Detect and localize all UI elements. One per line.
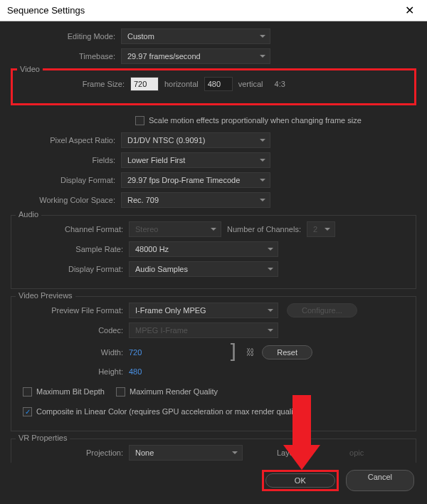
- video-display-format-label: Display Format:: [11, 176, 121, 184]
- video-previews-fieldset: Video Previews Preview File Format: I-Fr…: [11, 296, 416, 431]
- preview-file-format-label: Preview File Format:: [19, 306, 129, 315]
- close-icon[interactable]: ✕: [399, 4, 420, 17]
- codec-dropdown: MPEG I-Frame: [129, 322, 278, 338]
- preview-height-label: Height:: [19, 367, 129, 376]
- sample-rate-label: Sample Rate:: [19, 245, 129, 253]
- audio-fieldset: Audio Channel Format: Stereo Number of C…: [11, 215, 416, 289]
- timebase-label: Timebase:: [11, 52, 121, 61]
- timebase-dropdown[interactable]: 29.97 frames/second: [121, 48, 270, 64]
- frame-height-input[interactable]: 480: [204, 77, 233, 91]
- max-render-quality-checkbox[interactable]: [116, 387, 125, 397]
- scale-motion-label: Scale motion effects proportionally when…: [149, 116, 362, 125]
- max-bit-depth-checkbox[interactable]: [23, 387, 32, 397]
- video-legend: Video: [17, 65, 43, 73]
- projection-label: Projection:: [19, 448, 129, 457]
- sequence-settings-dialog: Sequence Settings ✕ Editing Mode: Custom…: [0, 0, 427, 504]
- codec-label: Codec:: [19, 326, 129, 335]
- horizontal-label: horizontal: [164, 80, 199, 88]
- preview-height-value[interactable]: 480: [129, 367, 142, 376]
- preview-file-format-dropdown[interactable]: I-Frame Only MPEG: [129, 303, 278, 318]
- link-icon[interactable]: ⛓: [246, 347, 255, 357]
- audio-display-format-dropdown[interactable]: Audio Samples: [129, 261, 278, 277]
- titlebar: Sequence Settings ✕: [0, 0, 427, 21]
- vertical-label: vertical: [238, 80, 263, 88]
- composite-linear-checkbox[interactable]: ✓: [23, 407, 32, 416]
- color-space-dropdown[interactable]: Rec. 709: [121, 192, 270, 208]
- footer: OK Cancel: [0, 463, 427, 504]
- color-space-label: Working Color Space:: [11, 196, 121, 204]
- content-area: Editing Mode: Custom Timebase: 29.97 fra…: [0, 21, 427, 463]
- previews-legend: Video Previews: [16, 291, 75, 300]
- composite-linear-label: Composite in Linear Color (requires GPU …: [36, 407, 302, 416]
- channel-format-dropdown: Stereo: [129, 221, 221, 237]
- pixel-aspect-dropdown[interactable]: D1/DV NTSC (0.9091): [121, 132, 270, 148]
- vr-fieldset: VR Properties Projection: None Layout: o…: [11, 439, 416, 463]
- pixel-aspect-label: Pixel Aspect Ratio:: [11, 136, 121, 145]
- cancel-button[interactable]: Cancel: [346, 470, 414, 491]
- dialog-title: Sequence Settings: [7, 5, 85, 16]
- frame-width-input[interactable]: 720: [130, 77, 159, 91]
- fields-dropdown[interactable]: Lower Field First: [121, 152, 270, 168]
- editing-mode-dropdown[interactable]: Custom: [121, 28, 270, 44]
- aspect-ratio-value: 4:3: [275, 80, 285, 88]
- reset-button[interactable]: Reset: [262, 345, 312, 359]
- editing-mode-label: Editing Mode:: [11, 32, 121, 41]
- frame-size-label: Frame Size:: [20, 80, 130, 88]
- video-fieldset: Video Frame Size: 720 horizontal 480 ver…: [11, 68, 416, 105]
- max-bit-depth-label: Maximum Bit Depth: [36, 387, 105, 396]
- scale-motion-checkbox[interactable]: [135, 116, 144, 125]
- configure-button: Configure...: [287, 303, 357, 317]
- layout-value: opic: [349, 448, 364, 457]
- projection-dropdown[interactable]: None: [129, 445, 243, 461]
- preview-width-value[interactable]: 720: [129, 348, 142, 357]
- fields-label: Fields:: [11, 156, 121, 164]
- num-channels-label: Number of Channels:: [227, 225, 301, 233]
- audio-display-format-label: Display Format:: [19, 265, 129, 273]
- max-render-quality-label: Maximum Render Quality: [130, 387, 218, 396]
- link-bracket-icon: ]: [227, 342, 239, 362]
- num-channels-dropdown: 2: [307, 221, 335, 237]
- video-display-format-dropdown[interactable]: 29.97 fps Drop-Frame Timecode: [121, 172, 270, 188]
- channel-format-label: Channel Format:: [19, 225, 129, 233]
- preview-width-label: Width:: [19, 348, 129, 357]
- annotation-arrow-icon: [283, 395, 320, 481]
- audio-legend: Audio: [16, 210, 41, 219]
- sample-rate-dropdown[interactable]: 48000 Hz: [129, 241, 278, 257]
- vr-legend: VR Properties: [16, 434, 70, 442]
